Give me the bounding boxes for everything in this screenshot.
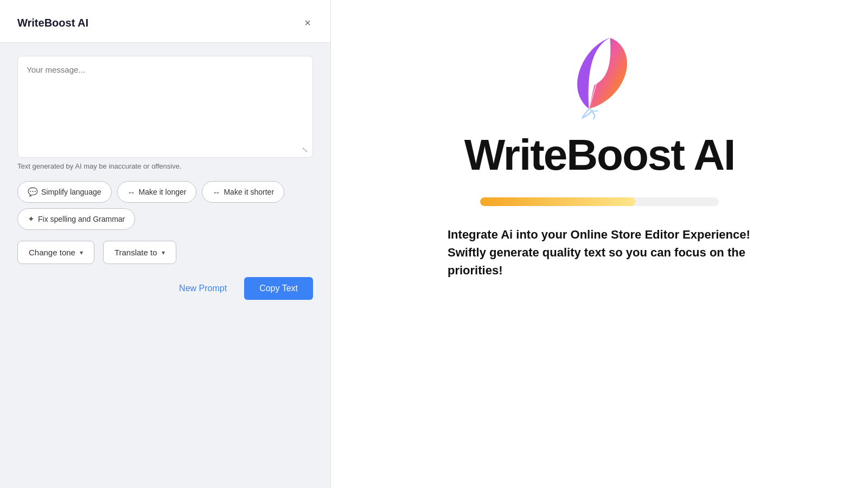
panel-title: WriteBoost AI (17, 17, 88, 29)
progress-bar-fill (480, 197, 635, 206)
progress-bar-container (480, 197, 719, 206)
make-longer-button[interactable]: ↔ Make it longer (117, 181, 197, 203)
dropdown-row: Change tone ▾ Translate to ▾ (17, 241, 313, 264)
action-buttons-group: 💬 Simplify language ↔ Make it longer ↔ M… (17, 181, 313, 230)
panel-body: ⤡ Text generated by AI may be inaccurate… (0, 43, 330, 488)
simplify-icon: 💬 (28, 187, 38, 197)
brand-title: WriteBoost AI (464, 130, 735, 180)
shorter-label: Make it shorter (224, 188, 274, 196)
new-prompt-button[interactable]: New Prompt (173, 279, 233, 298)
footer-row: New Prompt Copy Text (17, 277, 313, 309)
brand-description: Integrate Ai into your Online Store Edit… (448, 226, 751, 279)
right-panel: WriteBoost AI Integrate Ai into your Onl… (331, 0, 868, 488)
left-panel: WriteBoost AI × ⤡ Text generated by AI m… (0, 0, 331, 488)
grammar-icon: ✦ (28, 214, 35, 224)
longer-icon: ↔ (127, 188, 136, 197)
panel-header: WriteBoost AI × (0, 0, 330, 43)
change-tone-label: Change tone (29, 248, 75, 257)
simplify-label: Simplify language (41, 188, 101, 196)
change-tone-chevron-icon: ▾ (80, 249, 83, 256)
simplify-language-button[interactable]: 💬 Simplify language (17, 181, 112, 203)
make-shorter-button[interactable]: ↔ Make it shorter (202, 181, 284, 203)
translate-to-label: Translate to (114, 248, 157, 257)
feather-logo-icon (561, 33, 637, 119)
copy-text-button[interactable]: Copy Text (244, 277, 313, 300)
grammar-label: Fix spelling and Grammar (38, 215, 125, 223)
close-button[interactable]: × (302, 15, 313, 30)
change-tone-dropdown[interactable]: Change tone ▾ (17, 241, 94, 264)
fix-grammar-button[interactable]: ✦ Fix spelling and Grammar (17, 208, 135, 230)
longer-label: Make it longer (139, 188, 187, 196)
message-input[interactable] (27, 65, 304, 146)
disclaimer-text: Text generated by AI may be inaccurate o… (17, 162, 313, 170)
translate-to-chevron-icon: ▾ (162, 249, 165, 256)
shorter-icon: ↔ (212, 188, 220, 197)
resize-handle-icon: ⤡ (302, 145, 308, 154)
message-area: ⤡ (17, 56, 313, 158)
translate-to-dropdown[interactable]: Translate to ▾ (103, 241, 176, 264)
